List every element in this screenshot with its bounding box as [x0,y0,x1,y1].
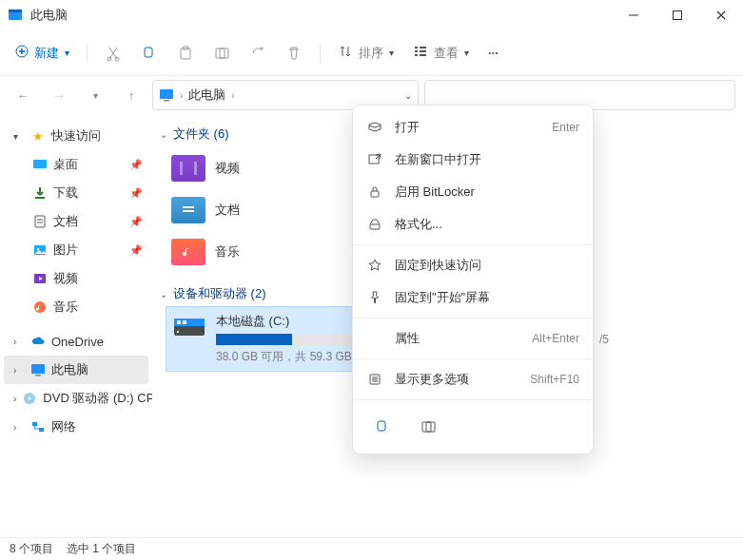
pin-icon: 📌 [129,244,143,257]
pin-icon: 📌 [129,159,143,171]
svg-rect-20 [33,160,47,168]
sidebar-item-label: OneDrive [51,335,104,349]
sidebar-network[interactable]: › 网络 [4,413,148,441]
sidebar-label: 快速访问 [51,127,101,145]
sidebar-item-pictures[interactable]: 图片 📌 [4,236,148,264]
minimize-button[interactable] [612,0,655,30]
svg-rect-46 [378,421,385,431]
toolbar: 新建 ▾ 排序 ▾ 查看 ▾ ··· [0,30,743,76]
sidebar-item-label: 桌面 [53,156,78,173]
music-icon [32,299,48,315]
chevron-down-icon: ▾ [389,48,394,58]
document-icon [32,214,48,229]
svg-rect-35 [183,206,194,208]
paste-button[interactable] [169,36,202,70]
svg-rect-21 [35,216,45,227]
sidebar-item-music[interactable]: 音乐 [4,293,148,321]
ctx-rename-button[interactable] [412,410,444,444]
download-icon [32,185,48,201]
monitor-icon [30,362,46,377]
sidebar-item-label: 图片 [53,241,78,259]
sort-button[interactable]: 排序 ▾ [330,36,401,70]
sidebar-item-desktop[interactable]: 桌面 📌 [4,150,148,179]
sidebar-quick-access[interactable]: ▾ ★ 快速访问 [4,122,148,150]
folder-label: 视频 [215,160,240,177]
svg-rect-13 [420,47,426,48]
ctx-bitlocker[interactable]: 启用 BitLocker [353,176,593,208]
pin-icon: 📌 [129,216,143,228]
sidebar-onedrive[interactable]: › OneDrive [4,327,148,356]
new-label: 新建 [34,45,59,62]
ctx-pin-quick[interactable]: 固定到快速访问 [353,249,593,281]
sort-icon [338,44,353,62]
svg-point-41 [177,331,179,333]
drive-free-text: 38.0 GB 可用，共 59.3 GB [216,349,368,365]
ctx-shortcut: Enter [552,121,579,134]
ctx-label: 格式化... [395,216,442,233]
pin-icon [366,290,383,305]
rename-button[interactable] [205,36,238,70]
ctx-new-window[interactable]: 在新窗口中打开 [353,144,593,176]
svg-rect-18 [160,89,173,99]
plus-icon [15,45,29,61]
svg-rect-12 [415,47,418,48]
ctx-format[interactable]: 格式化... [353,208,593,241]
drive-label: 本地磁盘 (C:) [216,313,368,330]
svg-rect-16 [415,54,418,56]
svg-rect-42 [369,155,379,164]
more-button[interactable]: ··· [480,36,506,70]
obscured-text: /5 [599,333,609,346]
sidebar-item-documents[interactable]: 文档 📌 [4,207,148,236]
ctx-properties[interactable]: 属性 Alt+Enter [353,322,593,355]
recent-button[interactable]: ▾ [80,80,110,110]
format-icon [366,217,383,232]
star-icon [366,258,383,273]
close-button[interactable] [699,0,743,30]
status-bar: 8 个项目 选中 1 个项目 [0,537,743,560]
svg-rect-30 [32,422,37,426]
ctx-more-options[interactable]: 显示更多选项 Shift+F10 [353,363,593,396]
sidebar-dvd[interactable]: › DVD 驱动器 (D:) CP [4,384,148,413]
copy-button[interactable] [133,36,166,70]
maximize-button[interactable] [655,0,699,30]
svg-rect-2 [629,15,638,16]
sidebar-this-pc[interactable]: › 此电脑 [4,356,148,384]
ctx-label: 固定到快速访问 [395,257,481,274]
ctx-open[interactable]: 打开 Enter [353,111,593,144]
breadcrumb-sep: › [231,90,234,101]
breadcrumb-root[interactable]: 此电脑 [188,87,225,104]
chevron-down-icon: ▾ [13,131,25,142]
view-button[interactable]: 查看 ▾ [405,36,477,70]
svg-rect-33 [180,162,183,175]
ctx-sep [353,244,593,245]
view-label: 查看 [434,45,459,62]
new-button[interactable]: 新建 ▾ [8,36,77,70]
delete-button[interactable] [278,36,310,70]
share-button[interactable] [242,36,274,70]
ctx-sep [353,318,593,319]
drive-item-c[interactable]: 本地磁盘 (C:) 38.0 GB 可用，共 59.3 GB [166,306,375,372]
title-bar: 此电脑 [0,0,743,30]
sidebar-item-downloads[interactable]: 下载 📌 [4,179,148,207]
forward-button[interactable]: → [44,80,74,110]
ctx-pin-start[interactable]: 固定到"开始"屏幕 [353,281,593,314]
sidebar-item-videos[interactable]: 视频 [4,264,148,293]
sidebar-item-label: 网络 [51,418,76,435]
ctx-copy-button[interactable] [366,410,399,444]
status-item-count: 8 个项目 [10,541,53,557]
svg-rect-7 [145,48,152,57]
folder-docs-icon [171,197,205,223]
svg-rect-14 [415,50,418,52]
back-button[interactable]: ← [8,80,38,110]
cut-button[interactable] [97,36,129,70]
ctx-label: 属性 [395,330,420,347]
sidebar: ▾ ★ 快速访问 桌面 📌 下载 📌 文档 📌 图片 [0,114,152,537]
svg-point-25 [34,301,46,313]
drive-capacity-bar [216,334,368,345]
toolbar-sep [87,44,88,63]
up-button[interactable]: ↑ [116,80,147,110]
addr-drop-icon[interactable]: ⌄ [404,90,412,101]
chevron-down-icon: ▾ [464,48,469,58]
ctx-label: 显示更多选项 [395,371,469,388]
star-icon: ★ [30,128,46,144]
